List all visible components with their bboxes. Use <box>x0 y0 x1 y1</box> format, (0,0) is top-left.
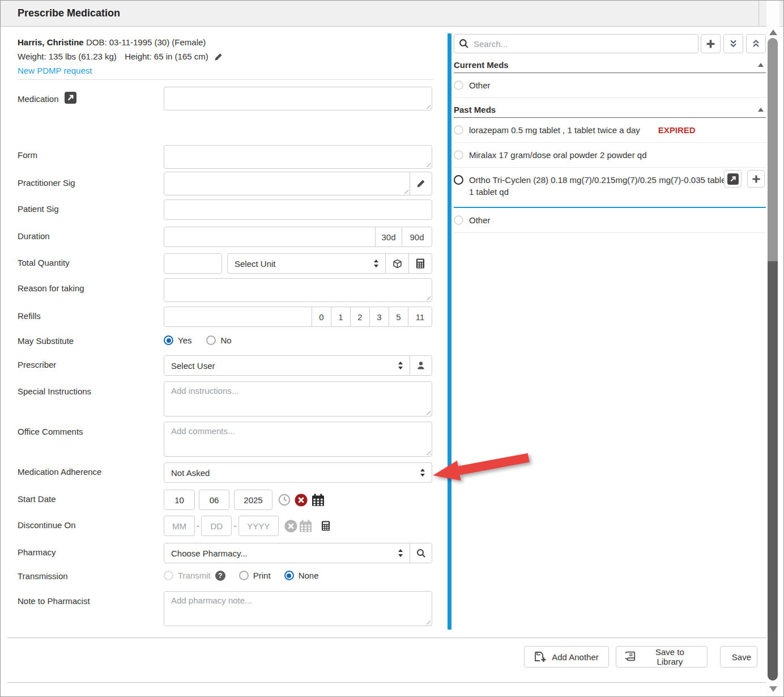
transmission-label: Transmission <box>18 570 164 581</box>
refills-1-button[interactable]: 1 <box>331 307 351 327</box>
transmission-print-option[interactable]: Print <box>239 571 271 580</box>
plus-icon <box>752 175 761 184</box>
practitioner-sig-input[interactable] <box>164 172 410 196</box>
transmit-help-icon[interactable]: ? <box>215 571 225 581</box>
patient-info: Harris, Christine DOB: 03-11-1995 (30) (… <box>18 35 223 78</box>
radio-unselected-icon <box>454 215 463 225</box>
dialog-title: Prescribe Medication <box>18 1 120 26</box>
past-med-miralax[interactable]: Miralax 17 gram/dose oral powder 2 powde… <box>454 143 766 168</box>
office-comments-input[interactable]: Add comments... <box>164 422 432 457</box>
patient-sig-input[interactable] <box>164 199 432 220</box>
may-substitute-yes-option[interactable]: Yes <box>164 335 191 345</box>
start-date-clock-icon[interactable] <box>278 494 291 506</box>
add-another-button[interactable]: Add Another <box>524 646 609 668</box>
refills-2-button[interactable]: 2 <box>350 307 370 327</box>
duration-90d-button[interactable]: 90d <box>402 227 432 247</box>
prescriber-user-button[interactable] <box>410 355 432 376</box>
external-link-icon <box>727 173 739 185</box>
start-date-month-input[interactable] <box>164 490 195 510</box>
start-date-clear-icon[interactable] <box>295 494 308 507</box>
expand-all-button[interactable] <box>746 34 766 53</box>
special-instructions-input[interactable]: Add instructions... <box>164 381 432 416</box>
collapse-all-button[interactable] <box>723 34 743 53</box>
past-med-other[interactable]: Other <box>454 208 766 233</box>
pharmacy-note-input[interactable]: Add pharmacy note... <box>164 591 432 626</box>
pharmacy-select[interactable]: Choose Pharmacy... <box>164 543 410 563</box>
current-meds-header[interactable]: Current Meds <box>454 57 766 73</box>
radio-unselected-icon <box>454 80 463 90</box>
calculator-icon <box>416 258 425 269</box>
save-floppy-icon <box>726 652 727 662</box>
reason-input[interactable] <box>164 278 432 302</box>
note-to-pharmacist-label: Note to Pharmacist <box>18 591 164 626</box>
footer-buttons: Add Another Save to Library Save <box>524 646 757 668</box>
double-chevron-up-icon <box>751 39 761 48</box>
current-med-other[interactable]: Other <box>454 73 766 98</box>
select-arrows-icon <box>419 468 427 477</box>
medication-adherence-select[interactable]: Not Asked <box>164 462 432 483</box>
transmission-none-option[interactable]: None <box>284 571 319 580</box>
add-another-icon <box>534 651 547 662</box>
footer-divider-top <box>7 638 777 638</box>
duration-30d-button[interactable]: 30d <box>375 227 402 247</box>
transmission-transmit-option: Transmit ? <box>164 571 225 581</box>
select-arrows-icon <box>372 259 380 268</box>
patient-sig-label: Patient Sig <box>18 199 164 220</box>
discontinue-year-input[interactable] <box>238 516 279 536</box>
scrollbar-up-arrow[interactable] <box>769 29 777 35</box>
discontinue-day-input[interactable] <box>201 516 232 536</box>
edit-vitals-pencil-icon[interactable] <box>214 53 223 61</box>
may-substitute-no-option[interactable]: No <box>206 335 231 345</box>
add-medication-button[interactable] <box>701 34 721 53</box>
refills-3-button[interactable]: 3 <box>369 307 389 327</box>
footer-divider-bottom <box>7 682 777 683</box>
scrollbar-thumb[interactable] <box>768 261 778 681</box>
scrollbar-thumb-upper[interactable] <box>768 38 778 261</box>
start-date-label: Start Date <box>18 490 164 510</box>
prescribe-medication-dialog: Prescribe Medication Harris, Christine D… <box>0 0 784 697</box>
discontinue-calendar-icon[interactable] <box>299 520 312 533</box>
past-med-ortho-tri-cyclen[interactable]: Ortho Tri-Cyclen (28) 0.18 mg(7)/0.215mg… <box>454 168 766 208</box>
reason-label: Reason for taking <box>18 278 164 302</box>
start-date-calendar-icon[interactable] <box>312 494 325 507</box>
refills-5-button[interactable]: 5 <box>389 307 408 327</box>
pharmacy-search-button[interactable] <box>410 543 432 563</box>
total-quantity-input[interactable] <box>164 253 222 274</box>
package-lookup-button[interactable] <box>385 253 409 274</box>
refills-input[interactable] <box>164 307 312 327</box>
select-arrows-icon <box>397 361 404 370</box>
med-external-link-button[interactable] <box>724 170 742 188</box>
meds-panel: Current Meds Other Past Meds lorazepam 0… <box>454 57 766 233</box>
start-date-day-input[interactable] <box>199 490 229 510</box>
medication-input[interactable] <box>164 87 432 110</box>
past-meds-header[interactable]: Past Meds <box>454 101 766 118</box>
radio-selected-icon <box>164 335 173 345</box>
med-add-button[interactable] <box>747 170 765 188</box>
prescriber-select[interactable]: Select User <box>164 355 410 376</box>
refills-0-button[interactable]: 0 <box>312 307 331 327</box>
discontinue-clear-icon[interactable] <box>284 520 297 533</box>
new-pdmp-request-link[interactable]: New PDMP request <box>18 66 92 75</box>
radio-unselected-icon <box>239 571 249 580</box>
save-to-library-button[interactable]: Save to Library <box>616 646 708 668</box>
duration-input[interactable] <box>164 227 376 247</box>
form-input[interactable] <box>164 145 432 169</box>
medication-external-link-icon[interactable] <box>65 92 76 104</box>
meds-search <box>454 34 698 53</box>
radio-disabled-icon <box>164 571 173 580</box>
scrollbar-down-arrow[interactable] <box>769 686 777 692</box>
quantity-calculator-button[interactable] <box>408 253 432 274</box>
package-cube-icon <box>392 258 403 269</box>
unit-select[interactable]: Select Unit <box>227 253 386 274</box>
past-med-lorazepam[interactable]: lorazepam 0.5 mg tablet , 1 tablet twice… <box>454 118 766 143</box>
practitioner-sig-edit-button[interactable] <box>410 172 432 196</box>
meds-search-input[interactable] <box>454 34 698 53</box>
duration-calculator-icon[interactable] <box>321 521 330 531</box>
refills-11-button[interactable]: 11 <box>408 307 432 327</box>
discontinue-month-input[interactable] <box>164 516 195 536</box>
save-button[interactable]: Save <box>720 646 757 668</box>
patient-height: Height: 65 in (165 cm) <box>125 52 208 61</box>
start-date-year-input[interactable] <box>234 490 272 510</box>
panel-divider-bar <box>448 33 451 630</box>
collapse-triangle-icon <box>758 108 764 112</box>
